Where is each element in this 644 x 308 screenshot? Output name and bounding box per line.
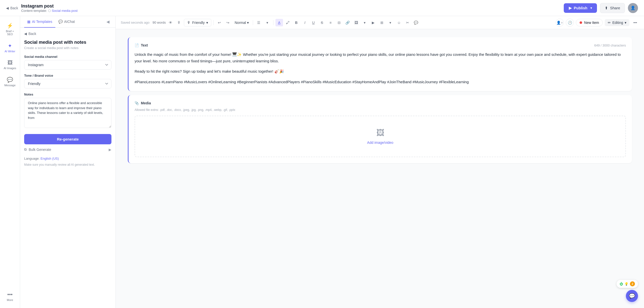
image-button[interactable]: 🖼 [352, 19, 360, 26]
ai-templates-tab-icon: ▦ [27, 20, 30, 24]
publish-icon: ▶ [569, 6, 572, 10]
text-color-button[interactable]: A [275, 19, 283, 26]
template-back-button[interactable]: ◀ Back [24, 32, 111, 36]
word-count: 90 words [152, 21, 166, 24]
sidebar-item-more[interactable]: ••• More [1, 289, 19, 304]
bulk-generate-row[interactable]: ⧉ Bulk Generate ▶ [24, 144, 111, 155]
ordered-list-button[interactable]: ⊟ [335, 19, 343, 26]
table-dropdown-button[interactable]: ▾ [387, 19, 394, 26]
main-layout: ⚡ Brief + SEO ✦ AI Writer 🖼 AI Images 💬 … [0, 16, 644, 308]
top-header: ◀ Back Instagram post Content template: … [0, 0, 644, 16]
icon-sidebar: ⚡ Brief + SEO ✦ AI Writer 🖼 AI Images 💬 … [0, 16, 20, 308]
italic-button[interactable]: I [301, 19, 309, 26]
back-button[interactable]: ◀ Back [6, 6, 18, 10]
allowed-extensions: Allowed file extns: .pdf, .doc, .docx, .… [135, 108, 626, 112]
more-options-button[interactable]: ••• [631, 19, 639, 26]
content-template-label: Content template: ⬡ Social media post [21, 9, 77, 13]
add-user-button[interactable]: 👤+ [556, 19, 564, 27]
history-button[interactable]: 🕐 [566, 19, 574, 27]
more-icon: ••• [7, 292, 13, 297]
back-label: Back [10, 6, 18, 10]
tone-selector-group: 🎙 Friendly ▾ [184, 19, 211, 26]
tone-brand-voice-select[interactable]: Friendly Professional Casual Formal Witt… [24, 79, 111, 89]
undo-button[interactable]: ↩ [216, 19, 223, 26]
notes-group: Notes Online piano lessons offer a flexi… [24, 93, 111, 129]
sidebar-item-message[interactable]: 💬 Message [1, 74, 19, 89]
share-button[interactable]: ⬆ Share [600, 3, 625, 13]
ai-templates-tab-label: AI Templates [32, 20, 52, 24]
notes-label: Notes [24, 93, 111, 96]
eye-button[interactable]: 👁 [167, 19, 174, 26]
text-card-title: 📄 Text [135, 43, 148, 47]
align-dropdown-button[interactable]: ▾ [264, 19, 271, 26]
editing-button[interactable]: ✏ Editing ▾ [605, 19, 629, 26]
page-title: Instagram post [21, 4, 77, 9]
pencil-icon: ✏ [608, 21, 611, 25]
sidebar-item-brief-seo[interactable]: ⚡ Brief + SEO [1, 20, 19, 38]
sidebar-item-ai-images-label: AI Images [4, 67, 16, 70]
sidebar-item-brief-seo-label: Brief + SEO [3, 30, 17, 36]
brief-seo-icon: ⚡ [7, 23, 13, 29]
publish-button[interactable]: ▶ Publish ▾ [564, 3, 597, 13]
template-description: Create a social media post with notes [24, 46, 111, 50]
editor-text-content[interactable]: Unlock the magic of music from the comfo… [135, 51, 626, 85]
paperclip-icon: 📎 [135, 101, 139, 105]
social-media-channel-select[interactable]: Instagram Twitter Facebook LinkedIn TikT… [24, 60, 111, 70]
tab-ai-templates[interactable]: ▦ AI Templates [24, 16, 55, 28]
regenerate-button[interactable]: Re-generate [24, 134, 111, 144]
separator-2 [253, 20, 253, 25]
language-link[interactable]: English (US) [41, 157, 59, 160]
tone-mic-icon: 🎙 [187, 21, 191, 25]
link-button[interactable]: 🔗 [344, 19, 351, 26]
sidebar-item-message-label: Message [4, 84, 16, 87]
format-select-button[interactable]: Normal ▾ [233, 20, 251, 26]
image-dropdown-button[interactable]: ▾ [361, 19, 369, 26]
table-button[interactable]: ⊞ [378, 19, 386, 26]
emoji-button[interactable]: ☺ [395, 19, 403, 26]
collapse-icon: ◀ [106, 19, 109, 24]
tone-selector-button[interactable]: 🎙 Friendly ▾ [184, 19, 211, 26]
bold-button[interactable]: B [293, 19, 300, 26]
underline-button[interactable]: U [310, 19, 317, 26]
tab-aichat[interactable]: 💬 AIChat [55, 16, 78, 28]
sidebar-item-more-label: More [7, 298, 13, 301]
editor-area: Saved seconds ago 90 words 👁 🎙 🎙 Friendl… [116, 16, 644, 308]
editor-toolbar: Saved seconds ago 90 words 👁 🎙 🎙 Friendl… [116, 16, 644, 29]
microphone-button[interactable]: 🎙 [175, 19, 183, 26]
cut-button[interactable]: ✂ [404, 19, 411, 26]
sidebar-item-ai-images[interactable]: 🖼 AI Images [1, 57, 19, 72]
new-item-dot [580, 21, 582, 24]
avatar[interactable]: 👤 [628, 3, 638, 13]
highlight-button[interactable]: 🖍 [284, 19, 292, 26]
add-image-video-label: Add image/video [367, 141, 393, 145]
indicator-badge: 2 [630, 281, 635, 286]
redo-button[interactable]: ↪ [224, 19, 232, 26]
toolbar-right: 👤+ 🕐 New Item ✏ Editing ▾ ••• [556, 19, 639, 27]
bullet-list-button[interactable]: ≡ [327, 19, 334, 26]
play-button[interactable]: ▶ [370, 19, 377, 26]
editing-label: Editing [612, 21, 623, 25]
tone-chevron-icon: ▾ [206, 21, 208, 25]
media-title: Media [141, 101, 151, 105]
comment-button[interactable]: 💬 [412, 19, 420, 26]
panel-content: ◀ Back Social media post with notes Crea… [20, 28, 115, 308]
align-left-button[interactable]: ☰ [255, 19, 263, 26]
template-link[interactable]: Social media post [52, 9, 78, 13]
strikethrough-button[interactable]: S [318, 19, 326, 26]
header-right: ▶ Publish ▾ ⬆ Share 👤 [564, 3, 638, 13]
tone-brand-voice-group: Tone / Brand voice Friendly Professional… [24, 74, 111, 89]
chat-fab-button[interactable]: 💬 [626, 290, 638, 302]
share-label: Share [610, 6, 620, 10]
social-media-channel-group: Social media channel Instagram Twitter F… [24, 55, 111, 70]
sidebar-item-ai-writer[interactable]: ✦ AI Writer [1, 40, 19, 55]
ai-writer-icon: ✦ [8, 43, 12, 49]
template-title: Social media post with notes [24, 40, 111, 45]
tone-brand-voice-label: Tone / Brand voice [24, 74, 111, 77]
floating-indicator: ⏻ 💡 2 [617, 280, 638, 288]
upload-box[interactable]: 🖼 Add image/video [135, 116, 626, 157]
sidebar-item-ai-writer-label: AI Writer [5, 50, 15, 53]
panel-collapse-button[interactable]: ◀ [104, 19, 111, 24]
notes-textarea[interactable]: Online piano lessons offer a flexible an… [24, 98, 111, 128]
new-item-button[interactable]: New Item [576, 19, 603, 26]
tone-label: Friendly [192, 21, 205, 25]
